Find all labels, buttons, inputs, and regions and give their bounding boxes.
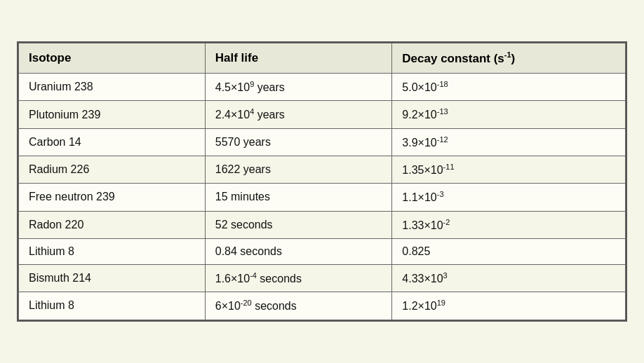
cell-half-life: 5570 years xyxy=(205,128,392,156)
cell-half-life: 4.5×109 years xyxy=(205,74,392,101)
cell-half-life: 1.6×10-4 seconds xyxy=(205,264,392,292)
header-decay-constant: Decay constant (s-1) xyxy=(392,43,626,74)
table-row: Lithium 80.84 seconds0.825 xyxy=(19,238,626,264)
cell-isotope: Radium 226 xyxy=(19,156,206,184)
table-row: Lithium 86×10-20 seconds1.2×1019 xyxy=(19,292,626,320)
cell-decay-constant: 0.825 xyxy=(392,238,626,264)
cell-half-life: 52 seconds xyxy=(205,211,392,238)
header-isotope: Isotope xyxy=(19,43,206,74)
cell-decay-constant: 1.2×1019 xyxy=(392,292,626,320)
cell-isotope: Lithium 8 xyxy=(19,238,206,264)
cell-isotope: Radon 220 xyxy=(19,211,206,238)
header-half-life: Half life xyxy=(205,43,392,74)
cell-decay-constant: 9.2×10-13 xyxy=(392,101,626,128)
table-row: Carbon 145570 years3.9×10-12 xyxy=(19,128,626,156)
cell-isotope: Bismuth 214 xyxy=(19,264,206,292)
table-row: Bismuth 2141.6×10-4 seconds4.33×103 xyxy=(19,264,626,292)
cell-half-life: 0.84 seconds xyxy=(205,238,392,264)
cell-decay-constant: 5.0×10-18 xyxy=(392,74,626,101)
cell-half-life: 6×10-20 seconds xyxy=(205,292,392,320)
cell-isotope: Lithium 8 xyxy=(19,292,206,320)
cell-decay-constant: 1.35×10-11 xyxy=(392,156,626,184)
cell-isotope: Uranium 238 xyxy=(19,74,206,101)
isotope-table-container: Isotope Half life Decay constant (s-1) U… xyxy=(17,41,627,321)
table-row: Radium 2261622 years1.35×10-11 xyxy=(19,156,626,184)
cell-half-life: 1622 years xyxy=(205,156,392,184)
table-row: Radon 22052 seconds1.33×10-2 xyxy=(19,211,626,238)
cell-half-life: 15 minutes xyxy=(205,184,392,211)
cell-isotope: Carbon 14 xyxy=(19,128,206,156)
table-row: Free neutron 23915 minutes1.1×10-3 xyxy=(19,184,626,211)
cell-decay-constant: 4.33×103 xyxy=(392,264,626,292)
cell-half-life: 2.4×104 years xyxy=(205,101,392,128)
cell-decay-constant: 1.33×10-2 xyxy=(392,211,626,238)
table-header-row: Isotope Half life Decay constant (s-1) xyxy=(19,43,626,74)
table-row: Uranium 2384.5×109 years5.0×10-18 xyxy=(19,74,626,101)
cell-isotope: Plutonium 239 xyxy=(19,101,206,128)
cell-isotope: Free neutron 239 xyxy=(19,184,206,211)
isotope-table: Isotope Half life Decay constant (s-1) U… xyxy=(18,43,626,320)
table-row: Plutonium 2392.4×104 years9.2×10-13 xyxy=(19,101,626,128)
cell-decay-constant: 3.9×10-12 xyxy=(392,128,626,156)
cell-decay-constant: 1.1×10-3 xyxy=(392,184,626,211)
